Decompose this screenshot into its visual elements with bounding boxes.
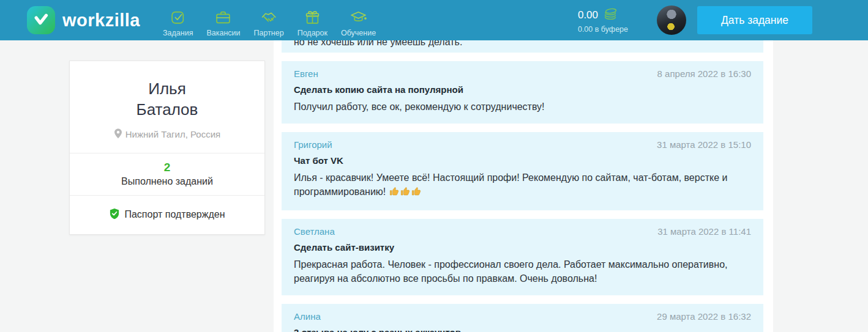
review-header: Алина 29 марта 2022 в 16:32 xyxy=(294,311,751,322)
tasks-count: 2 xyxy=(76,161,258,174)
balance-buffer-label: 0.00 в буфере xyxy=(578,25,628,34)
user-avatar[interactable] xyxy=(657,6,686,35)
profile-location-text: Нижний Тагил, Россия xyxy=(125,129,220,139)
review-task-title: 3 отзыва на юлу с разных аккаунтов xyxy=(294,327,751,332)
review-text: Получил работу, все ок, рекомендую к сот… xyxy=(294,100,751,114)
top-header: workzilla Задания Вакансии xyxy=(0,0,868,40)
review-task-title: Чат бот VK xyxy=(294,155,751,166)
vacancies-icon xyxy=(215,9,231,26)
nav-item-tasks[interactable]: Задания xyxy=(163,4,193,37)
review-card-clipped: но не хочешь или не умеешь делать. xyxy=(282,40,763,53)
profile-stats-section: 2 Выполнено заданий xyxy=(70,153,264,195)
main-nav: Задания Вакансии Партнер xyxy=(156,4,383,37)
nav-item-partner[interactable]: Партнер xyxy=(254,4,284,37)
balance-widget[interactable]: 0.00 0.00 в буфере xyxy=(578,7,628,34)
header-right: 0.00 0.00 в буфере Дать задание xyxy=(578,6,812,35)
profile-last-name: Баталов xyxy=(81,99,253,120)
tasks-icon xyxy=(170,9,186,26)
nav-label-tasks: Задания xyxy=(163,29,193,37)
workzilla-logo-icon xyxy=(27,6,55,34)
gift-icon xyxy=(304,9,321,26)
profile-first-name: Илья xyxy=(81,78,253,99)
review-header: Светлана 31 марта 2022 в 11:41 xyxy=(294,226,751,237)
review-author[interactable]: Светлана xyxy=(294,226,335,237)
nav-label-vacancies: Вакансии xyxy=(206,29,240,37)
review-card: Светлана 31 марта 2022 в 11:41 Сделать с… xyxy=(282,219,763,295)
profile-main-section: Илья Баталов Нижний Тагил, Россия xyxy=(70,61,264,153)
profile-location: Нижний Тагил, Россия xyxy=(81,128,253,141)
nav-label-partner: Партнер xyxy=(254,29,284,37)
reviews-container: Евген 8 апреля 2022 в 16:30 Сделать копи… xyxy=(282,61,763,332)
review-card: Алина 29 марта 2022 в 16:32 3 отзыва на … xyxy=(282,304,763,332)
location-pin-icon xyxy=(114,128,122,141)
nav-item-gift[interactable]: Подарок xyxy=(297,4,327,37)
review-card: Григорий 31 марта 2022 в 15:10 Чат бот V… xyxy=(282,132,763,210)
review-card: Евген 8 апреля 2022 в 16:30 Сделать копи… xyxy=(282,61,763,124)
review-header: Евген 8 апреля 2022 в 16:30 xyxy=(294,68,751,79)
shield-check-icon xyxy=(109,208,120,222)
nav-label-education: Обучение xyxy=(341,29,376,37)
education-icon xyxy=(350,9,367,26)
review-text: но не хочешь или не умеешь делать. xyxy=(294,40,751,49)
review-date: 29 марта 2022 в 16:32 xyxy=(657,311,751,322)
review-text: Прекрасная работа. Человек - профессиона… xyxy=(294,257,751,286)
thumbs-up-icon xyxy=(400,186,410,200)
review-date: 31 марта 2022 в 11:41 xyxy=(657,226,751,237)
tasks-count-label: Выполнено заданий xyxy=(76,176,258,187)
workzilla-logo[interactable]: workzilla xyxy=(27,6,140,34)
thumbs-up-icon xyxy=(389,186,399,200)
nav-item-vacancies[interactable]: Вакансии xyxy=(206,4,240,37)
passport-verified-row: Паспорт подтвержден xyxy=(70,196,264,234)
review-author[interactable]: Евген xyxy=(294,68,318,79)
reviews-list: но не хочешь или не умеешь делать. Евген… xyxy=(282,40,763,332)
passport-verified-label: Паспорт подтвержден xyxy=(124,209,225,220)
profile-name: Илья Баталов xyxy=(81,78,253,120)
review-author[interactable]: Алина xyxy=(294,311,321,322)
review-text: Илья - красавчик! Умеете всё! Настоящий … xyxy=(294,171,751,200)
partner-icon xyxy=(261,9,277,26)
workzilla-logo-text: workzilla xyxy=(62,10,140,31)
thumbs-up-icon xyxy=(411,186,421,200)
nav-item-education[interactable]: Обучение xyxy=(341,4,376,37)
review-date: 8 апреля 2022 в 16:30 xyxy=(657,68,751,79)
review-task-title: Сделать сайт-визитку xyxy=(294,242,751,253)
review-task-title: Сделать копию сайта на популярной xyxy=(294,84,751,95)
review-header: Григорий 31 марта 2022 в 15:10 xyxy=(294,139,751,150)
create-task-button[interactable]: Дать задание xyxy=(697,6,812,34)
review-author[interactable]: Григорий xyxy=(294,139,332,150)
profile-card: Илья Баталов Нижний Тагил, Россия 2 Выпо… xyxy=(69,61,265,235)
review-date: 31 марта 2022 в 15:10 xyxy=(657,139,751,150)
coins-icon xyxy=(602,7,618,23)
balance-amount: 0.00 xyxy=(578,9,598,21)
nav-label-gift: Подарок xyxy=(297,29,327,37)
